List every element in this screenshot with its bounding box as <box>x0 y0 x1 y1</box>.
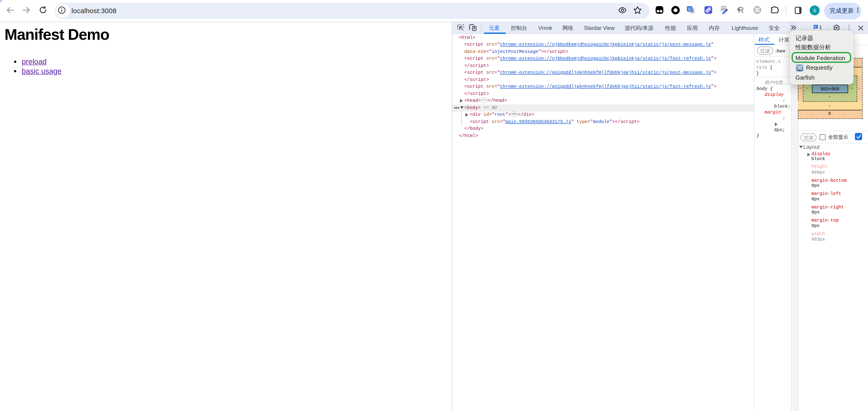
svg-text:G: G <box>688 7 691 11</box>
